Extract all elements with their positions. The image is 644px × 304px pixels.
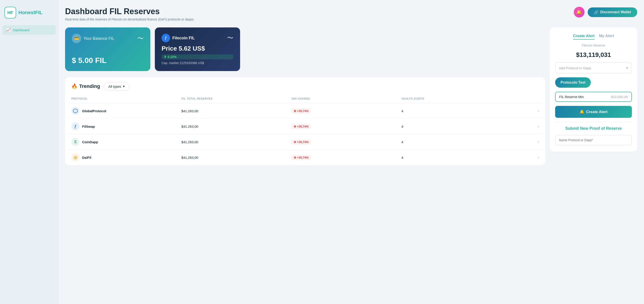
reserve-cell-1: $41.263,00 (181, 124, 291, 128)
protocol-name-0: GlobalProtocol (82, 109, 106, 113)
page-subtitle: Real-time data of the reserves of Fileco… (65, 18, 194, 21)
protocol-icon-3: ◎ (71, 153, 80, 162)
change-value-3: +35,74% (297, 156, 309, 159)
sidebar-nav: 📈 Dashboard (0, 25, 58, 35)
sidebar-item-dashboard[interactable]: 📈 Dashboard (3, 25, 56, 35)
bell-alert-icon: 🔔 (580, 109, 584, 114)
table-row[interactable]: ƒ FilSwap $41.263,00 ⊕ +35,74% 4 › (68, 119, 542, 134)
change-badge-0: ⊕ +35,74% (292, 108, 311, 113)
content-area: 💳 Your Balance FIL 〜 $ 5.00 FIL ƒ Fileco… (65, 28, 637, 165)
trending-section: 🔥 Trending All types ▾ PROTOCOL FIL TOTA… (65, 77, 545, 165)
cap-market: Cap. market 2125333388 US$ (162, 61, 233, 65)
change-arrow-icon: ⬆ (164, 55, 166, 59)
change-cell-3: ⊕ +35,74% (292, 155, 402, 160)
fil-name: Filecoin FIL (172, 36, 195, 41)
alert-tabs: Create Alert My Alert (555, 34, 632, 40)
fil-icon: ƒ (162, 34, 170, 42)
reserve-label: Filecoin Reserve (555, 44, 632, 47)
protocol-name-3: DaiFil (82, 156, 91, 160)
balance-label: Your Balance FIL (84, 36, 114, 41)
table-row[interactable]: $ CoinDapp $41.263,00 ⊕ +35,74% 4 (68, 134, 542, 150)
change-badge-2: ⊕ +35,74% (292, 139, 311, 144)
reserve-input-value: $10,000,00 (611, 95, 628, 99)
change-value-0: +35,74% (297, 109, 309, 113)
submit-proof-title: Submit New Proof of Reserve (555, 126, 632, 131)
logo-area: HF HonestFIL (0, 5, 58, 25)
tab-my-alert[interactable]: My Alert (599, 34, 614, 40)
table-row[interactable]: GlobalProtocol $41.263,00 ⊕ +35,74% 4 › (68, 103, 542, 119)
change-badge-1: ⊕ +35,74% (292, 124, 311, 129)
dashboard-icon: 📈 (6, 28, 11, 32)
divider (555, 122, 632, 122)
header-title-area: Dashboard FIL Reserves Real-time data of… (65, 7, 194, 21)
chevron-cell-1: › (512, 124, 539, 128)
balance-card-icon: 💳 (72, 34, 81, 43)
main-content: Dashboard FIL Reserves Real-time data of… (58, 0, 644, 304)
protocol-cell-2: $ CoinDapp (71, 138, 181, 146)
reserve-value: $13,119,031 (555, 51, 632, 58)
balance-card: 💳 Your Balance FIL 〜 $ 5.00 FIL (65, 28, 150, 71)
col-audits: VAULTS AUDITS (402, 97, 512, 100)
right-panel: Create Alert My Alert Filecoin Reserve $… (550, 28, 637, 151)
table-header: PROTOCOL FIL TOTAL RESERVES 24H CHANGE V… (68, 94, 542, 103)
bell-button[interactable]: 🔔 (574, 7, 584, 18)
page-title: Dashboard FIL Reserves (65, 7, 194, 16)
create-alert-label: Create Alert (586, 110, 608, 114)
fil-price: Price 5.62 US$ (162, 45, 233, 52)
tab-create-alert[interactable]: Create Alert (573, 34, 595, 40)
change-icon-1: ⊕ (294, 125, 296, 128)
type-filter-dropdown[interactable]: All types ▾ (104, 82, 130, 90)
col-action (512, 97, 539, 100)
logo-letters: HF (8, 10, 14, 15)
protocol-cell-1: ƒ FilSwap (71, 122, 181, 130)
logo-text: HonestFIL (18, 10, 43, 16)
change-badge-3: ⊕ +35,74% (292, 155, 311, 160)
table-container: PROTOCOL FIL TOTAL RESERVES 24H CHANGE V… (65, 94, 545, 165)
balance-label-row: 💳 Your Balance FIL (72, 34, 114, 43)
col-change: 24H CHANGE (292, 97, 402, 100)
name-protocol-input[interactable] (555, 135, 632, 145)
col-reserves: FIL TOTAL RESERVES (181, 97, 291, 100)
wave-icon: 〜 (137, 34, 144, 43)
chevron-cell-0: › (512, 109, 539, 113)
audits-cell-3: 4 (402, 156, 512, 160)
reserve-cell-3: $41.263,00 (181, 156, 291, 160)
audits-cell-1: 4 (402, 124, 512, 128)
create-alert-button[interactable]: 🔔 Create Alert (555, 106, 632, 118)
protocol-icon-1: ƒ (71, 122, 80, 130)
header: Dashboard FIL Reserves Real-time data of… (65, 7, 637, 21)
table-row[interactable]: ◎ DaiFil $41.263,00 ⊕ +35,74% 4 › (68, 150, 542, 165)
reserve-cell-0: $41.263,00 (181, 109, 291, 113)
change-cell-0: ⊕ +35,74% (292, 108, 402, 113)
disconnect-label: Disconnect Wallet (600, 10, 631, 14)
logo-prefix: Honest (18, 10, 35, 15)
protocol-icon-0 (71, 107, 80, 115)
balance-card-top: 💳 Your Balance FIL 〜 (72, 34, 144, 43)
protocol-cell-3: ◎ DaiFil (71, 153, 181, 162)
change-icon-2: ⊕ (294, 140, 296, 144)
filecoin-card-top: ƒ Filecoin FIL 〜 (162, 34, 233, 42)
protocol-cell-0: GlobalProtocol (71, 107, 181, 115)
protocolo-test-button[interactable]: Protocolo Test (555, 77, 591, 88)
change-badge: ⬆ 0.15% (162, 54, 233, 59)
svg-marker-0 (74, 109, 78, 113)
fil-wave-icon: 〜 (227, 34, 233, 42)
sidebar-item-label: Dashboard (13, 28, 30, 32)
main-left: 💳 Your Balance FIL 〜 $ 5.00 FIL ƒ Fileco… (65, 28, 545, 165)
sidebar: HF HonestFIL 📈 Dashboard (0, 0, 58, 304)
cards-row: 💳 Your Balance FIL 〜 $ 5.00 FIL ƒ Fileco… (65, 28, 545, 71)
logo-suffix: FIL (35, 10, 43, 15)
fil-icon-row: ƒ Filecoin FIL (162, 34, 195, 42)
change-icon-3: ⊕ (294, 156, 296, 159)
protocol-icon-2: $ (71, 138, 80, 146)
protocol-name-2: CoinDapp (82, 140, 98, 144)
change-value-2: +35,74% (297, 140, 309, 144)
disconnect-wallet-button[interactable]: 🔗 Disconnect Wallet (588, 8, 637, 17)
wallet-icon: 🔗 (594, 10, 598, 14)
reserve-cell-2: $41.263,00 (181, 140, 291, 144)
add-protocol-label: Add Protocol or Dapp (559, 66, 591, 70)
change-cell-1: ⊕ +35,74% (292, 124, 402, 129)
chevron-cell-3: › (512, 155, 539, 160)
add-protocol-dropdown[interactable]: Add Protocol or Dapp ▾ (555, 63, 632, 73)
reserve-input-row: FIL Reserve Min $10,000,00 (555, 92, 632, 102)
